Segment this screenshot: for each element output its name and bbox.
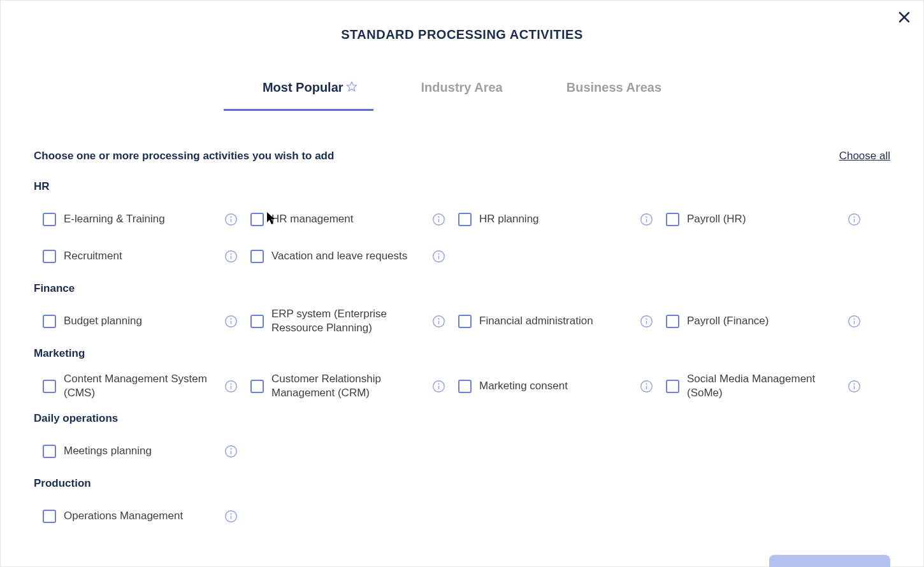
activity-label: Content Management System (CMS) <box>64 372 217 400</box>
info-icon[interactable] <box>224 213 238 226</box>
info-icon[interactable] <box>848 380 861 393</box>
activity-item: HR management <box>250 201 458 238</box>
svg-point-41 <box>646 384 647 384</box>
activity-checkbox[interactable] <box>43 213 56 226</box>
activity-item: Recruitment <box>43 238 250 275</box>
category-title: Daily operations <box>34 412 890 425</box>
activity-checkbox[interactable] <box>458 213 472 226</box>
tab-business-areas[interactable]: Business Areas <box>567 80 661 111</box>
svg-point-32 <box>854 319 855 319</box>
modal-footer: Load <box>1 555 923 567</box>
svg-point-20 <box>438 254 439 254</box>
activity-checkbox[interactable] <box>250 380 264 393</box>
activity-checkbox[interactable] <box>458 380 472 393</box>
info-icon[interactable] <box>640 213 653 226</box>
svg-point-35 <box>231 384 231 384</box>
info-icon[interactable] <box>640 315 653 328</box>
svg-marker-2 <box>347 82 356 90</box>
activity-label: Meetings planning <box>64 444 217 458</box>
close-icon <box>897 10 912 25</box>
activity-checkbox[interactable] <box>43 445 56 458</box>
info-icon[interactable] <box>224 380 238 393</box>
category-hr: HRE-learning & TrainingHR managementHR p… <box>34 180 890 275</box>
activity-item: Financial administration <box>458 303 666 340</box>
info-icon[interactable] <box>432 250 445 263</box>
activity-checkbox[interactable] <box>666 380 679 393</box>
tab-label: Most Popular <box>263 80 343 95</box>
activity-item: Customer Relationship Management (CRM) <box>250 368 458 405</box>
svg-point-38 <box>438 384 439 384</box>
activity-item: Vacation and leave requests <box>250 238 458 275</box>
activity-label: Financial administration <box>479 314 632 328</box>
svg-point-44 <box>854 384 855 384</box>
activity-checkbox[interactable] <box>250 315 264 328</box>
activity-label: E-learning & Training <box>64 212 217 226</box>
svg-point-47 <box>231 449 231 449</box>
tabs-container: Most Popular Industry Area Business Area… <box>1 80 923 111</box>
items-grid: Content Management System (CMS)Customer … <box>34 368 890 405</box>
activity-checkbox[interactable] <box>43 380 56 393</box>
activity-checkbox[interactable] <box>43 250 56 263</box>
items-grid: Operations Management <box>34 498 890 535</box>
info-icon[interactable] <box>224 250 238 263</box>
tab-label: Industry Area <box>421 80 503 95</box>
choose-all-link[interactable]: Choose all <box>839 150 890 162</box>
activity-checkbox[interactable] <box>666 213 679 226</box>
activity-item: Content Management System (CMS) <box>43 368 250 405</box>
svg-point-11 <box>646 217 647 217</box>
activity-label: Recruitment <box>64 249 217 263</box>
categories-container: HRE-learning & TrainingHR managementHR p… <box>34 180 890 535</box>
close-button[interactable] <box>895 8 913 26</box>
activity-checkbox[interactable] <box>666 315 679 328</box>
category-production: ProductionOperations Management <box>34 477 890 535</box>
load-button[interactable]: Load <box>769 555 890 567</box>
info-icon[interactable] <box>848 315 861 328</box>
items-grid: Budget planningERP system (Enterprise Re… <box>34 303 890 340</box>
info-icon[interactable] <box>224 510 238 523</box>
activity-checkbox[interactable] <box>43 315 56 328</box>
category-title: Finance <box>34 282 890 295</box>
active-tab-underline <box>224 109 373 111</box>
info-icon[interactable] <box>224 445 238 458</box>
category-title: HR <box>34 180 890 193</box>
activity-label: Customer Relationship Management (CRM) <box>271 372 424 400</box>
activity-checkbox[interactable] <box>43 510 56 523</box>
tab-industry-area[interactable]: Industry Area <box>421 80 503 111</box>
activity-item: Marketing consent <box>458 368 666 405</box>
items-grid: E-learning & TrainingHR managementHR pla… <box>34 201 890 275</box>
items-grid: Meetings planning <box>34 433 890 470</box>
svg-point-14 <box>854 217 855 217</box>
activity-label: Marketing consent <box>479 379 632 393</box>
standard-processing-activities-modal: STANDARD PROCESSING ACTIVITIES Most Popu… <box>0 0 924 567</box>
activity-checkbox[interactable] <box>458 315 472 328</box>
activity-label: Social Media Management (SoMe) <box>687 372 840 400</box>
activity-item: ERP system (Enterprise Ressource Plannin… <box>250 303 458 340</box>
activity-checkbox[interactable] <box>250 213 264 226</box>
info-icon[interactable] <box>848 213 861 226</box>
info-icon[interactable] <box>432 315 445 328</box>
tab-label: Business Areas <box>567 80 661 95</box>
category-marketing: MarketingContent Management System (CMS)… <box>34 347 890 405</box>
svg-point-17 <box>231 254 231 254</box>
activity-item: Payroll (HR) <box>666 201 874 238</box>
activity-item: Meetings planning <box>43 433 250 470</box>
activity-label: Budget planning <box>64 314 217 328</box>
activity-item: Operations Management <box>43 498 250 535</box>
info-icon[interactable] <box>640 380 653 393</box>
info-icon[interactable] <box>432 380 445 393</box>
category-daily-operations: Daily operationsMeetings planning <box>34 412 890 470</box>
star-icon <box>346 81 357 92</box>
svg-point-26 <box>438 319 439 319</box>
svg-point-8 <box>438 217 439 217</box>
activity-label: Vacation and leave requests <box>271 249 424 263</box>
activity-item: Payroll (Finance) <box>666 303 874 340</box>
info-icon[interactable] <box>432 213 445 226</box>
tab-most-popular[interactable]: Most Popular <box>263 80 357 111</box>
activity-label: Payroll (HR) <box>687 212 840 226</box>
modal-title: STANDARD PROCESSING ACTIVITIES <box>1 27 923 42</box>
activity-item: Budget planning <box>43 303 250 340</box>
activity-checkbox[interactable] <box>250 250 264 263</box>
category-title: Marketing <box>34 347 890 360</box>
info-icon[interactable] <box>224 315 238 328</box>
category-finance: FinanceBudget planningERP system (Enterp… <box>34 282 890 340</box>
